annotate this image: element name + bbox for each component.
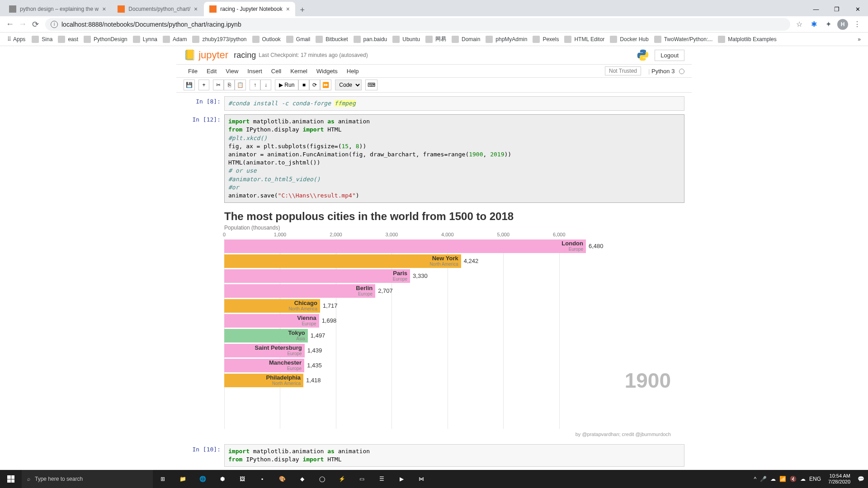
- bookmark-item[interactable]: TwoWater/Python:...: [651, 35, 716, 43]
- bookmark-item[interactable]: zhuby1973/python: [189, 35, 249, 43]
- run-button[interactable]: ▶ Run: [275, 80, 298, 90]
- bookmark-item[interactable]: Docker Hub: [607, 35, 651, 43]
- restart-run-all-button[interactable]: ⏩: [320, 80, 331, 90]
- apps-button[interactable]: ⠿ Apps: [4, 36, 29, 42]
- bookmark-item[interactable]: 网易: [423, 35, 449, 43]
- task-view-icon[interactable]: ⊞: [153, 470, 173, 488]
- code-cell[interactable]: In [10]: import matplotlib.animation as …: [184, 444, 684, 467]
- cloud-icon[interactable]: ☁: [800, 476, 806, 482]
- save-button[interactable]: 💾: [184, 80, 195, 90]
- browser-tab[interactable]: Documents/python_chart/ ×: [112, 2, 203, 16]
- app-icon[interactable]: ▶: [392, 470, 411, 488]
- app-icon[interactable]: ⬢: [212, 470, 232, 488]
- move-up-button[interactable]: ↑: [250, 80, 260, 90]
- start-button[interactable]: [0, 470, 22, 488]
- notebook-name[interactable]: racing: [234, 51, 256, 60]
- taskbar-clock[interactable]: 10:54 AM 7/28/2020: [825, 473, 854, 485]
- terminal-icon[interactable]: ▪: [252, 470, 272, 488]
- kernel-indicator[interactable]: | Python 3: [648, 68, 684, 75]
- forward-button[interactable]: →: [16, 18, 29, 31]
- app-icon[interactable]: ▭: [352, 470, 372, 488]
- close-icon[interactable]: ×: [194, 5, 198, 13]
- menu-widgets[interactable]: Widgets: [312, 68, 342, 75]
- minimize-button[interactable]: —: [806, 2, 826, 16]
- reload-button[interactable]: ⟳: [29, 18, 42, 31]
- code-cell[interactable]: In [8]: #conda install -c conda-forge ff…: [184, 96, 684, 111]
- app-icon[interactable]: ☰: [372, 470, 392, 488]
- cut-button[interactable]: ✂: [213, 80, 224, 90]
- notifications-icon[interactable]: 💬: [858, 476, 864, 482]
- paste-button[interactable]: 📋: [235, 80, 246, 90]
- add-cell-button[interactable]: +: [198, 80, 209, 90]
- new-tab-button[interactable]: +: [296, 4, 309, 16]
- bookmark-item[interactable]: PythonDesign: [81, 35, 130, 43]
- app-icon[interactable]: ◆: [292, 470, 312, 488]
- bookmark-item[interactable]: phpMyAdmin: [483, 35, 530, 43]
- app-icon[interactable]: ◯: [312, 470, 332, 488]
- code-input[interactable]: import matplotlib.animation as animation…: [224, 444, 684, 467]
- microphone-icon[interactable]: 🎤: [760, 476, 767, 482]
- bookmark-item[interactable]: Gmail: [283, 35, 313, 43]
- chrome-icon[interactable]: 🌐: [193, 470, 212, 488]
- menu-cell[interactable]: Cell: [267, 68, 286, 75]
- bookmark-item[interactable]: Lynna: [130, 35, 160, 43]
- onedrive-icon[interactable]: ☁: [770, 476, 776, 482]
- star-icon[interactable]: ☆: [794, 19, 805, 30]
- bar: [224, 239, 586, 253]
- menu-file[interactable]: File: [184, 68, 202, 75]
- copy-button[interactable]: ⎘: [224, 80, 235, 90]
- move-down-button[interactable]: ↓: [260, 80, 271, 90]
- menu-edit[interactable]: Edit: [202, 68, 221, 75]
- menu-help[interactable]: Help: [342, 68, 363, 75]
- profile-avatar[interactable]: H: [837, 19, 848, 30]
- volume-icon[interactable]: 🔇: [790, 476, 797, 482]
- tray-chevron-icon[interactable]: ^: [754, 476, 756, 482]
- command-palette-button[interactable]: ⌨: [365, 80, 377, 90]
- menu-icon[interactable]: ⋮: [852, 19, 863, 30]
- bookmarks-overflow[interactable]: »: [854, 36, 864, 42]
- logout-button[interactable]: Logout: [655, 50, 684, 61]
- bookmark-item[interactable]: Matplotlib Examples: [715, 35, 779, 43]
- jupyter-logo[interactable]: 📒 jupyter: [184, 49, 228, 61]
- bookmark-item[interactable]: Adam: [160, 35, 189, 43]
- extension-icon[interactable]: ✱: [808, 19, 819, 30]
- app-icon[interactable]: 🖼: [232, 470, 252, 488]
- browser-tab[interactable]: racing - Jupyter Notebook ×: [204, 2, 295, 16]
- bookmark-item[interactable]: Pexels: [530, 35, 561, 43]
- page-content[interactable]: 📒 jupyter racing Last Checkpoint: 17 min…: [0, 46, 868, 470]
- code-input[interactable]: #conda install -c conda-forge ffmpeg: [224, 96, 684, 111]
- app-icon[interactable]: 🎨: [272, 470, 292, 488]
- menu-view[interactable]: View: [221, 68, 243, 75]
- back-button[interactable]: ←: [4, 18, 16, 31]
- bookmark-item[interactable]: east: [55, 35, 81, 43]
- bookmark-item[interactable]: Ubuntu: [390, 35, 423, 43]
- site-info-icon[interactable]: i: [51, 21, 58, 28]
- interrupt-button[interactable]: ■: [298, 80, 309, 90]
- language-indicator[interactable]: ENG: [809, 476, 821, 482]
- menu-kernel[interactable]: Kernel: [286, 68, 312, 75]
- bookmark-item[interactable]: HTML Editor: [561, 35, 607, 43]
- app-icon[interactable]: ⚡: [332, 470, 352, 488]
- restart-button[interactable]: ⟳: [309, 80, 320, 90]
- code-cell[interactable]: In [12]: import matplotlib.animation as …: [184, 114, 684, 203]
- bookmark-item[interactable]: Domain: [449, 35, 483, 43]
- taskbar-search[interactable]: ⌕ Type here to search: [22, 470, 153, 488]
- maximize-button[interactable]: ❐: [826, 2, 847, 16]
- file-explorer-icon[interactable]: 📁: [173, 470, 193, 488]
- bookmark-item[interactable]: Outlook: [250, 35, 283, 43]
- browser-tab[interactable]: python design – explaining the w ×: [4, 2, 111, 16]
- menu-insert[interactable]: Insert: [243, 68, 267, 75]
- bookmark-item[interactable]: pan.baidu: [351, 35, 390, 43]
- wifi-icon[interactable]: 📶: [779, 476, 786, 482]
- vscode-icon[interactable]: ⋈: [411, 470, 431, 488]
- close-window-button[interactable]: ✕: [847, 2, 868, 16]
- address-bar[interactable]: i localhost:8888/notebooks/Documents/pyt…: [45, 18, 790, 31]
- bookmark-item[interactable]: Bitbucket: [313, 35, 350, 43]
- close-icon[interactable]: ×: [286, 5, 290, 13]
- cell-type-select[interactable]: Code: [335, 80, 362, 90]
- bookmark-item[interactable]: Sina: [29, 35, 55, 43]
- code-input[interactable]: import matplotlib.animation as animation…: [224, 114, 684, 203]
- extensions-icon[interactable]: ✦: [823, 19, 834, 30]
- close-icon[interactable]: ×: [102, 5, 106, 13]
- trust-indicator[interactable]: Not Trusted: [605, 66, 641, 75]
